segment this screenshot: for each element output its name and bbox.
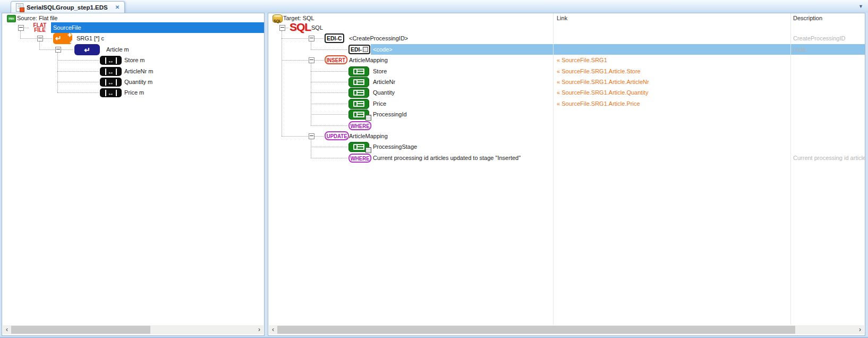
tab-bar: SerialSQLGroup_step1.EDS ✕ ▼ xyxy=(0,0,868,13)
tree-label: ProcessingId xyxy=(373,109,407,120)
where-icon: WHERE xyxy=(348,154,371,163)
tree-label: Price m xyxy=(124,87,144,98)
expander-minus-icon[interactable] xyxy=(18,25,24,31)
flatfile-icon: FLAT FILE xyxy=(30,23,50,32)
scroll-track[interactable] xyxy=(11,325,255,334)
tree-row[interactable]: SQLSQL xyxy=(268,22,865,33)
tree-row[interactable]: ProcessingStage xyxy=(268,141,865,152)
link-cell: « SourceFile.SRG1 xyxy=(557,55,607,65)
tree-connector xyxy=(311,147,347,147)
tree-label: ArticleNr m xyxy=(124,66,153,77)
tree-row[interactable]: ↵✚✚SRG1 [*] c xyxy=(2,33,264,44)
tree-row[interactable]: ↔ArticleNr m xyxy=(2,66,264,77)
tree-row[interactable]: ↔Quantity m xyxy=(2,77,264,87)
tree-row[interactable]: ProcessingId xyxy=(268,109,865,120)
expander-minus-icon[interactable] xyxy=(309,133,314,139)
tree-row[interactable]: Quantity« SourceFile.SRG1.Article.Quanti… xyxy=(268,87,865,98)
selected-row-highlight xyxy=(51,22,264,33)
tree-row[interactable]: Price« SourceFile.SRG1.Article.Price xyxy=(268,98,865,109)
link-cell: « SourceFile.SRG1.Article.Store xyxy=(557,66,641,77)
tree-connector xyxy=(314,60,324,61)
tree-connector xyxy=(20,31,21,38)
tree-label: SourceFile xyxy=(53,22,81,33)
tree-label: ArticleNr xyxy=(373,77,395,87)
segment-group-icon: ↵✚✚ xyxy=(53,33,72,44)
description-column-header: Description xyxy=(793,15,822,21)
expander-minus-icon[interactable] xyxy=(309,57,314,63)
tree-connector xyxy=(311,49,347,50)
tree-row[interactable]: ↔Store m xyxy=(2,55,264,65)
tree-connector xyxy=(311,139,311,158)
source-tree: FLAT FILESourceFile↵✚✚SRG1 [*] c↵Article… xyxy=(2,13,264,325)
tree-connector xyxy=(42,38,52,39)
tree-connector xyxy=(314,136,324,137)
tree-label: <code> xyxy=(373,44,393,55)
tree-connector xyxy=(311,63,311,125)
link-cell: « SourceFile.SRG1.Article.ArticleNr xyxy=(557,77,649,87)
tree-connector xyxy=(57,53,58,92)
tree-connector xyxy=(311,92,347,93)
expander-minus-icon[interactable] xyxy=(37,36,43,41)
document-tab[interactable]: SerialSQLGroup_step1.EDS ✕ xyxy=(11,1,125,13)
field-icon: ↔ xyxy=(100,56,122,65)
tree-row[interactable]: Store« SourceFile.SRG1.Article.Store xyxy=(268,66,865,77)
expander-minus-icon[interactable] xyxy=(279,25,285,31)
tree-connector xyxy=(282,38,308,39)
scroll-right-button[interactable]: › xyxy=(856,325,864,334)
tree-label: <CreateProcessingID> xyxy=(349,33,408,44)
tree-row[interactable]: EDI-C<CreateProcessingID>CreateProcessin… xyxy=(268,33,865,44)
link-column-header: Link xyxy=(557,15,567,21)
db-column-icon xyxy=(348,66,369,77)
sql-root-icon: SQL xyxy=(290,22,311,32)
tree-connector xyxy=(39,41,40,49)
tree-label: Store m xyxy=(124,55,145,65)
link-cell: « SourceFile.SRG1.Article.Quantity xyxy=(557,87,648,98)
tree-label: ProcessingStage xyxy=(373,141,417,152)
tree-row[interactable]: INSERTArticleMapping« SourceFile.SRG1 xyxy=(268,55,865,65)
scroll-thumb[interactable] xyxy=(11,326,150,334)
tree-label: SRG1 [*] c xyxy=(76,33,104,44)
expander-minus-icon[interactable] xyxy=(55,47,61,53)
column-separator xyxy=(553,13,554,325)
tree-connector xyxy=(285,28,288,28)
tree-connector xyxy=(314,38,324,39)
tree-label: ArticleMapping xyxy=(349,131,388,141)
target-panel: SQL Target: SQL Link Description SQLSQLE… xyxy=(268,13,865,336)
tree-row[interactable]: ↔Price m xyxy=(2,87,264,98)
db-column-key-icon xyxy=(348,142,369,152)
tree-row[interactable]: FLAT FILESourceFile xyxy=(2,22,264,33)
tree-connector xyxy=(57,60,99,61)
link-cell: « SourceFile.SRG1.Article.Price xyxy=(557,98,640,109)
tree-row[interactable]: WHERE xyxy=(268,120,865,131)
db-column-icon xyxy=(348,77,369,87)
tree-connector xyxy=(282,136,308,137)
tab-list-caret-icon[interactable]: ▼ xyxy=(858,4,863,9)
tree-label: Quantity m xyxy=(124,77,152,87)
target-panel-title: Target: SQL xyxy=(283,15,314,21)
source-hscrollbar[interactable]: ‹ › xyxy=(3,325,263,334)
tree-connector xyxy=(311,71,347,72)
tree-row[interactable]: EDI-<code>code xyxy=(268,44,865,55)
expander-minus-icon[interactable] xyxy=(309,36,314,41)
db-column-key-icon xyxy=(348,109,369,120)
target-hscrollbar[interactable]: ‹ › xyxy=(269,325,864,334)
tree-row[interactable]: WHERECurrent processing id articles upda… xyxy=(268,153,865,163)
tree-connector xyxy=(23,28,29,28)
tree-row[interactable]: UPDATEArticleMapping xyxy=(268,131,865,141)
tree-row[interactable]: ArticleNr« SourceFile.SRG1.Article.Artic… xyxy=(268,77,865,87)
scroll-right-button[interactable]: › xyxy=(255,325,263,334)
tree-label: ArticleMapping xyxy=(349,55,388,65)
source-panel-title: Source: Flat file xyxy=(17,15,57,21)
source-panel: INH Source: Flat file FLAT FILESourceFil… xyxy=(2,13,265,336)
scroll-left-button[interactable]: ‹ xyxy=(269,325,277,334)
tree-connector xyxy=(57,82,99,82)
scroll-track[interactable] xyxy=(277,325,856,334)
field-icon: ↔ xyxy=(100,67,122,76)
db-column-icon xyxy=(348,99,369,109)
edi-element-icon: EDI- xyxy=(348,45,370,54)
scroll-left-button[interactable]: ‹ xyxy=(3,325,11,334)
tab-close-icon[interactable]: ✕ xyxy=(115,4,120,10)
inh-icon: INH xyxy=(7,15,16,22)
scroll-thumb[interactable] xyxy=(277,326,795,334)
tree-connector xyxy=(282,31,282,136)
